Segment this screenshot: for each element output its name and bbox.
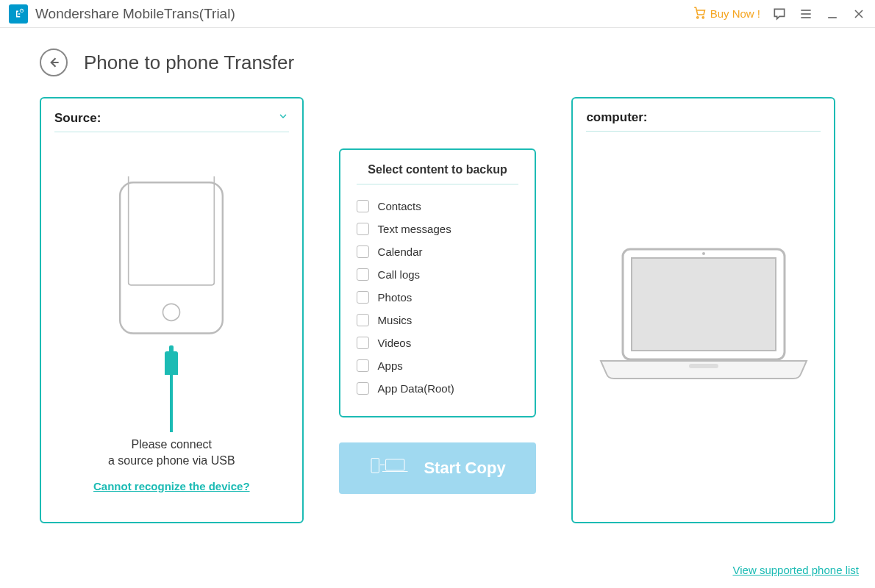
checkbox-row-videos[interactable]: Videos [357, 331, 519, 354]
middle-column: Select content to backup Contacts Text m… [339, 148, 537, 494]
checkbox-call-logs[interactable] [357, 268, 369, 281]
checkbox-label: Apps [378, 359, 403, 372]
checkbox-row-musics[interactable]: Musics [357, 309, 519, 331]
svg-rect-10 [120, 182, 223, 333]
checkbox-musics[interactable] [357, 314, 369, 326]
checkbox-label: Musics [378, 314, 413, 326]
buy-now-link[interactable]: Buy Now ! [693, 6, 760, 21]
checkbox-label: Call logs [378, 268, 421, 281]
minimize-icon[interactable] [825, 7, 840, 21]
phone-to-computer-icon [369, 455, 413, 481]
svg-rect-20 [689, 364, 718, 368]
close-icon[interactable] [851, 7, 866, 21]
svg-rect-11 [129, 176, 215, 285]
back-button[interactable] [40, 49, 68, 76]
checkbox-row-text-messages[interactable]: Text messages [357, 218, 519, 240]
feedback-icon[interactable] [772, 7, 787, 21]
svg-rect-13 [371, 459, 379, 473]
checkbox-label: Photos [378, 291, 413, 304]
source-label: Source: [54, 111, 101, 126]
titlebar: Wondershare MobileTrans(Trial) Buy Now ! [0, 0, 875, 28]
checkbox-row-call-logs[interactable]: Call logs [357, 263, 519, 286]
checkbox-row-app-data[interactable]: App Data(Root) [357, 377, 519, 400]
checkbox-label: Calendar [378, 245, 423, 258]
connect-line1: Please connect [54, 437, 289, 453]
usb-cable-icon [54, 351, 289, 432]
start-copy-button[interactable]: Start Copy [339, 442, 537, 494]
source-dropdown-icon[interactable] [277, 110, 289, 126]
checkbox-row-contacts[interactable]: Contacts [357, 195, 519, 218]
checkbox-apps[interactable] [357, 359, 369, 372]
connect-line2: a source phone via USB [54, 453, 289, 469]
checkbox-label: Contacts [378, 200, 421, 212]
content-select-box: Select content to backup Contacts Text m… [339, 148, 537, 417]
checkbox-row-calendar[interactable]: Calendar [357, 240, 519, 263]
checkbox-label: Videos [378, 337, 412, 349]
checkbox-contacts[interactable] [357, 200, 369, 212]
menu-icon[interactable] [799, 7, 813, 21]
destination-label: computer: [586, 110, 647, 125]
checkbox-videos[interactable] [357, 337, 369, 349]
phone-graphic-icon [101, 176, 241, 345]
checkbox-row-photos[interactable]: Photos [357, 286, 519, 309]
checkbox-photos[interactable] [357, 291, 369, 304]
checkbox-label: App Data(Root) [378, 382, 454, 395]
checkbox-text-messages[interactable] [357, 223, 369, 235]
destination-panel: computer: [571, 97, 835, 523]
checkbox-label: Text messages [378, 223, 451, 235]
page-title: Phone to phone Transfer [84, 51, 294, 74]
laptop-graphic-icon [586, 242, 821, 389]
cannot-recognize-link[interactable]: Cannot recognize the device? [54, 480, 289, 492]
svg-point-2 [696, 17, 698, 18]
source-panel: Source: Please connect a source phone vi… [40, 97, 304, 523]
connect-message: Please connect a source phone via USB [54, 437, 289, 470]
checkbox-calendar[interactable] [357, 245, 369, 258]
cart-icon [693, 6, 706, 21]
supported-phone-list-link[interactable]: View supported phone list [732, 564, 859, 576]
content-select-title: Select content to backup [357, 163, 519, 184]
checkbox-app-data[interactable] [357, 382, 369, 395]
main-area: Source: Please connect a source phone vi… [0, 90, 875, 523]
svg-point-3 [702, 17, 704, 18]
app-logo-icon [9, 4, 28, 24]
svg-point-19 [702, 252, 705, 255]
app-title: Wondershare MobileTrans(Trial) [35, 6, 235, 22]
page-header: Phone to phone Transfer [0, 28, 875, 90]
svg-point-12 [163, 304, 180, 320]
buy-now-label: Buy Now ! [710, 7, 760, 20]
start-copy-label: Start Copy [424, 459, 505, 478]
svg-rect-14 [386, 459, 405, 470]
checkbox-row-apps[interactable]: Apps [357, 354, 519, 377]
svg-rect-18 [632, 258, 776, 351]
